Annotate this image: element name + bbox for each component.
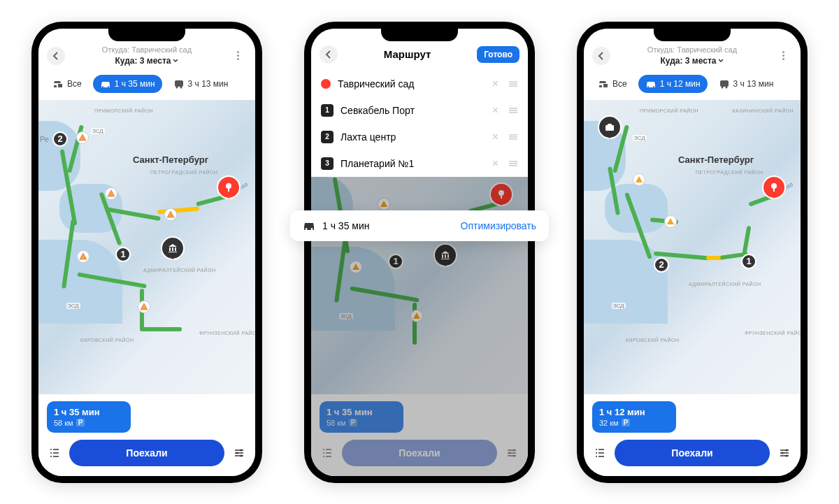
car-icon: [645, 79, 657, 89]
waypoint-1[interactable]: 1: [741, 254, 756, 269]
go-button[interactable]: Поехали: [615, 440, 770, 466]
mode-transit[interactable]: 3 ч 13 мин: [166, 75, 236, 93]
done-button[interactable]: Готово: [477, 46, 519, 63]
sliders-icon: [779, 447, 790, 459]
car-icon: [303, 220, 315, 231]
map-view[interactable]: ПРИМОРСКИЙ РАЙОН ПЕТРОГРАДСКИЙ РАЙОН АДМ…: [38, 100, 255, 394]
svg-point-14: [721, 86, 723, 88]
city-label: Санкт-Петербург: [133, 154, 208, 165]
stop-item-1[interactable]: 1 Севкабель Порт ×: [311, 97, 528, 124]
marker-origin[interactable]: [762, 175, 786, 199]
roadwork-icon-3: [164, 208, 177, 221]
stop-item-2[interactable]: 2 Лахта центр ×: [311, 124, 528, 150]
chevron-down-icon: [718, 58, 724, 64]
district-petrogradsky: ПЕТРОГРАДСКИЙ РАЙОН: [696, 170, 763, 175]
road-zsd-1: ЗСД: [612, 303, 626, 309]
transport-mode-bar: Все 1 ч 35 мин 3 ч 13 мин: [38, 71, 255, 100]
svg-rect-17: [773, 188, 775, 192]
svg-point-1: [175, 86, 178, 88]
dots-vertical-icon: [782, 51, 784, 60]
mode-transit[interactable]: 3 ч 13 мин: [712, 75, 781, 93]
summary-time: 1 ч 12 мин: [599, 407, 669, 417]
remove-stop-button[interactable]: ×: [489, 104, 501, 117]
tree-icon: [768, 182, 780, 193]
stops-list: Таврический сад × 1 Севкабель Порт × 2 Л…: [311, 71, 528, 177]
sliders-icon: [234, 447, 245, 459]
route-summary[interactable]: 1 ч 12 мин 32 км P: [592, 401, 676, 433]
waypoint-2[interactable]: 2: [654, 257, 669, 273]
back-button[interactable]: [47, 47, 65, 65]
map-view[interactable]: ПРИМОРСКИЙ РАЙОН ПЕТРОГРАДСКИЙ РАЙОН АДМ…: [584, 100, 801, 394]
stop-number-icon: 2: [321, 131, 334, 143]
waypoint-2[interactable]: 2: [52, 131, 68, 147]
roadwork-icon-1: [76, 131, 89, 144]
dim-overlay: [311, 177, 528, 394]
menu-button[interactable]: [774, 47, 792, 65]
roadwork-icon-2: [664, 215, 677, 228]
stop-item-3[interactable]: 3 Планетарий №1 ×: [311, 150, 528, 177]
marker-briefcase[interactable]: [598, 115, 622, 139]
phone-notch: [381, 29, 458, 41]
bus-icon: [173, 79, 185, 89]
drag-handle[interactable]: [508, 131, 518, 143]
svg-rect-19: [608, 124, 612, 126]
remove-stop-button[interactable]: ×: [489, 78, 501, 90]
mode-car[interactable]: 1 ч 12 мин: [638, 75, 708, 93]
svg-point-2: [180, 86, 182, 88]
mode-all[interactable]: Все: [45, 75, 89, 93]
roadwork-icon-1: [633, 173, 645, 186]
to-label[interactable]: Куда: 3 места: [661, 56, 724, 66]
district-primorsky: ПРИМОРСКИЙ РАЙОН: [94, 108, 153, 113]
svg-point-21: [782, 452, 784, 454]
briefcase-icon: [604, 122, 615, 133]
svg-point-16: [771, 183, 777, 189]
road-zsd-2: ЗСД: [91, 128, 105, 134]
svg-rect-13: [720, 80, 729, 87]
settings-button[interactable]: [777, 445, 792, 461]
svg-point-5: [241, 449, 243, 451]
remove-stop-button[interactable]: ×: [489, 131, 501, 143]
svg-point-22: [786, 454, 788, 456]
back-button[interactable]: [592, 47, 610, 65]
mode-all[interactable]: Все: [591, 75, 634, 93]
remove-stop-button[interactable]: ×: [489, 157, 501, 170]
to-label[interactable]: Куда: 3 места: [115, 56, 179, 66]
stop-item-origin[interactable]: Таврический сад ×: [311, 71, 528, 97]
dots-vertical-icon: [237, 51, 239, 60]
route-list-button[interactable]: [47, 445, 62, 461]
from-label: Откуда: Таврический сад: [616, 45, 768, 54]
summary-distance: 58 км: [54, 419, 73, 427]
parking-badge: P: [622, 419, 631, 426]
mode-car[interactable]: 1 ч 35 мин: [93, 75, 162, 93]
go-button[interactable]: Поехали: [69, 440, 224, 466]
district-frunzensky: ФРУНЗЕНСКИЙ РАЙОН: [745, 331, 801, 336]
marker-museum[interactable]: [161, 236, 185, 260]
drag-handle[interactable]: [508, 104, 518, 117]
svg-point-3: [226, 183, 231, 189]
summary-time: 1 ч 35 мин: [54, 407, 124, 417]
marker-origin[interactable]: [217, 175, 241, 199]
stop-number-icon: 3: [321, 157, 334, 170]
summary-distance: 32 км: [599, 419, 619, 427]
svg-point-20: [786, 449, 788, 451]
district-kalininsky: КАЛИНИНСКИЙ РАЙОН: [732, 108, 794, 113]
menu-button[interactable]: [229, 47, 247, 65]
stop-number-icon: 1: [321, 104, 334, 117]
drag-handle[interactable]: [508, 78, 518, 90]
district-frunzensky: ФРУНЗЕНСКИЙ РАЙОН: [199, 331, 255, 336]
settings-button[interactable]: [231, 445, 247, 461]
road-zsd-1: ЗСД: [66, 303, 80, 309]
roadwork-icon-4: [77, 250, 89, 263]
multi-transport-icon: [52, 79, 64, 89]
optimize-button[interactable]: Оптимизировать: [461, 220, 536, 231]
route-summary[interactable]: 1 ч 35 мин 58 км P: [47, 401, 131, 433]
district-primorsky: ПРИМОРСКИЙ РАЙОН: [640, 108, 698, 113]
label-re: Ре: [38, 135, 50, 143]
back-button[interactable]: [320, 45, 338, 64]
route-list-button[interactable]: [592, 445, 608, 461]
drag-handle[interactable]: [508, 157, 518, 170]
phone-notch: [654, 29, 731, 41]
phone-screen-1: Откуда: Таврический сад Куда: 3 места Вс…: [31, 22, 262, 483]
chevron-left-icon: [324, 50, 333, 59]
waypoint-1[interactable]: 1: [115, 247, 131, 262]
